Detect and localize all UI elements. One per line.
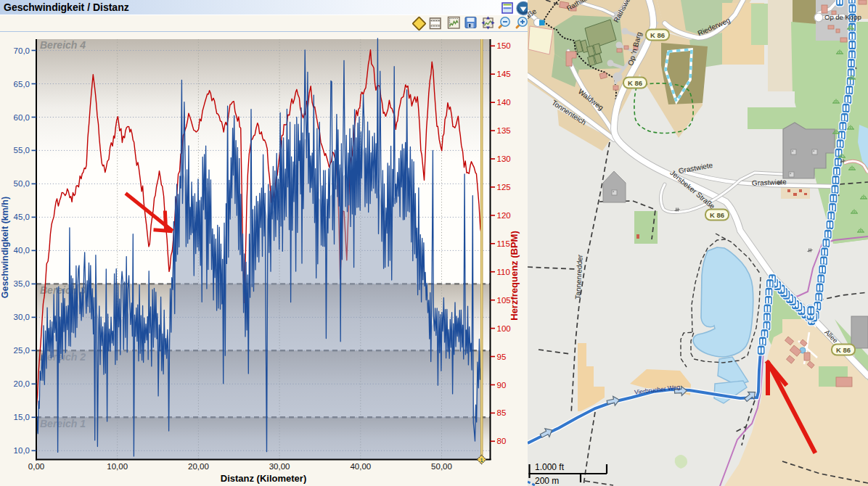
svg-text:20,00: 20,00: [188, 462, 209, 471]
svg-text:45,0: 45,0: [14, 213, 30, 221]
svg-text:30,0: 30,0: [14, 313, 30, 321]
svg-text:K 86: K 86: [710, 211, 724, 219]
svg-text:Geschwindigkeit (km/h): Geschwindigkeit (km/h): [0, 197, 10, 298]
svg-text:130: 130: [497, 155, 511, 163]
svg-text:K 86: K 86: [836, 346, 851, 354]
svg-text:10,00: 10,00: [107, 462, 128, 471]
svg-text:125: 125: [497, 183, 511, 191]
svg-text:80: 80: [497, 437, 507, 445]
svg-text:50,0: 50,0: [14, 179, 30, 188]
svg-text:40,00: 40,00: [350, 462, 371, 471]
svg-text:65,0: 65,0: [14, 80, 30, 88]
svg-text:Geschwindigkeit / Distanz: Geschwindigkeit / Distanz: [4, 1, 129, 13]
svg-text:Distanz (Kilometer): Distanz (Kilometer): [221, 473, 306, 484]
svg-text:20,0: 20,0: [14, 379, 30, 388]
svg-text:30,00: 30,00: [269, 462, 290, 471]
svg-text:70,0: 70,0: [14, 46, 30, 55]
svg-text:90: 90: [497, 381, 507, 390]
svg-text:15,0: 15,0: [14, 413, 30, 421]
svg-text:1.000 ft: 1.000 ft: [535, 462, 565, 472]
svg-text:K 86: K 86: [628, 79, 642, 87]
svg-text:50,00: 50,00: [431, 462, 452, 471]
svg-text:K 86: K 86: [650, 31, 665, 39]
svg-text:60,0: 60,0: [14, 113, 30, 122]
svg-text:100: 100: [497, 324, 511, 333]
svg-text:35,0: 35,0: [14, 279, 30, 288]
svg-text:140: 140: [497, 98, 511, 107]
svg-text:Bereich 4: Bereich 4: [40, 39, 86, 51]
svg-text:95: 95: [497, 353, 507, 361]
svg-text:0,00: 0,00: [28, 462, 44, 471]
svg-text:40,0: 40,0: [14, 246, 30, 255]
svg-text:145: 145: [497, 70, 511, 78]
svg-text:10,0: 10,0: [14, 446, 30, 455]
svg-text:Herzfrequenz (BPM): Herzfrequenz (BPM): [509, 231, 520, 321]
svg-text:150: 150: [497, 41, 511, 50]
svg-text:1: 1: [480, 458, 483, 463]
svg-text:Op de Kopp: Op de Kopp: [824, 13, 861, 21]
svg-text:135: 135: [497, 126, 511, 135]
svg-text:25,0: 25,0: [14, 346, 30, 355]
svg-text:200 m: 200 m: [535, 476, 559, 486]
svg-text:85: 85: [497, 408, 507, 417]
svg-text:120: 120: [497, 211, 511, 220]
svg-text:55,0: 55,0: [14, 146, 30, 155]
